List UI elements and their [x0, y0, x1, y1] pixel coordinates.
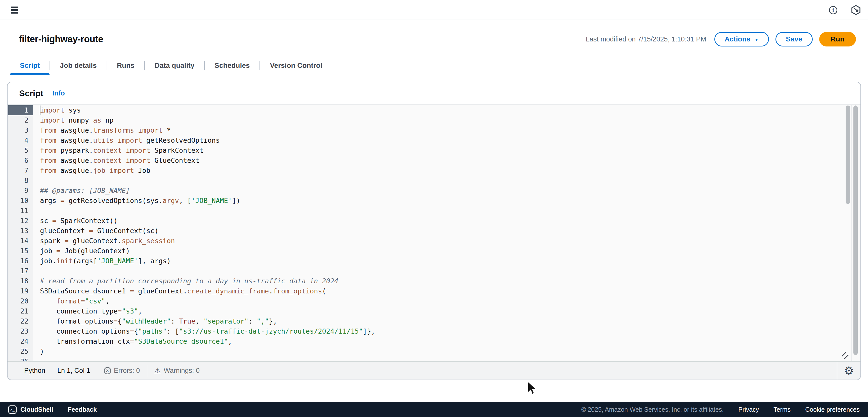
code-text: transformation_ctx="S3DataSource_dsource… — [33, 336, 232, 346]
info-link[interactable]: Info — [52, 90, 65, 97]
code-line-14[interactable]: 14spark = glueContext.spark_session — [8, 236, 844, 246]
code-line-19[interactable]: 19S3DataSource_dsource1 = glueContext.cr… — [8, 286, 844, 296]
code-text: connection_options={"paths": ["s3://us-t… — [33, 326, 375, 336]
line-number: 10 — [8, 196, 33, 206]
last-modified-text: Last modified on 7/15/2025, 1:10:31 PM — [586, 35, 706, 43]
code-text: format_options={"withHeader": True, "sep… — [33, 316, 277, 326]
menu-icon[interactable] — [11, 6, 18, 14]
info-icon[interactable]: i — [829, 6, 837, 14]
code-line-18[interactable]: 18# read from a partition corresponding … — [8, 276, 844, 286]
chevron-down-icon: ▼ — [754, 38, 758, 42]
errors-icon: ✕ — [104, 367, 111, 374]
tab-data-quality[interactable]: Data quality — [145, 58, 205, 73]
page-title: filter-highway-route — [19, 34, 586, 44]
cursor-position: Ln 1, Col 1 — [57, 367, 90, 375]
language-indicator: Python — [24, 367, 45, 375]
code-line-16[interactable]: 16job.init(args['JOB_NAME'], args) — [8, 256, 844, 266]
code-line-5[interactable]: 5from pyspark.context import SparkContex… — [8, 145, 844, 155]
code-line-11[interactable]: 11 — [8, 206, 844, 216]
line-number: 13 — [8, 226, 33, 236]
code-line-9[interactable]: 9## @params: [JOB_NAME] — [8, 186, 844, 196]
editor-scrollbar[interactable] — [846, 105, 850, 204]
line-number: 5 — [8, 145, 33, 155]
code-line-24[interactable]: 24 transformation_ctx="S3DataSource_dsou… — [8, 336, 844, 346]
run-button[interactable]: Run — [819, 32, 856, 46]
notifications-service-icon[interactable] — [851, 5, 861, 15]
code-line-3[interactable]: 3from awsglue.transforms import * — [8, 125, 844, 135]
code-line-20[interactable]: 20 format="csv", — [8, 296, 844, 306]
code-line-2[interactable]: 2import numpy as np — [8, 115, 844, 125]
line-number: 7 — [8, 166, 33, 176]
copyright-text: © 2025, Amazon Web Services, Inc. or its… — [581, 406, 724, 413]
tab-bar-divider — [10, 76, 858, 76]
code-line-23[interactable]: 23 connection_options={"paths": ["s3://u… — [8, 326, 844, 336]
code-line-13[interactable]: 13glueContext = GlueContext(sc) — [8, 226, 844, 236]
line-number: 12 — [8, 216, 33, 226]
code-line-12[interactable]: 12sc = SparkContext() — [8, 216, 844, 226]
code-line-15[interactable]: 15job = Job(glueContext) — [8, 246, 844, 256]
top-bar: i — [0, 0, 868, 20]
line-number: 1 — [8, 105, 33, 115]
tab-version-control[interactable]: Version Control — [260, 58, 332, 73]
code-text: from awsglue.utils import getResolvedOpt… — [33, 135, 220, 145]
line-number: 15 — [8, 246, 33, 256]
code-text — [33, 206, 40, 216]
footer-link-privacy[interactable]: Privacy — [738, 406, 759, 413]
code-line-1[interactable]: 1import sys — [8, 105, 844, 115]
line-number: 24 — [8, 336, 33, 346]
editor-settings-gear-icon[interactable]: ⚙ — [844, 365, 854, 376]
feedback-link[interactable]: Feedback — [68, 406, 97, 413]
glue-studio-app: { "topbar": {}, "header": { "title": "fi… — [0, 0, 868, 417]
tab-job-details[interactable]: Job details — [50, 58, 106, 73]
code-text: from pyspark.context import SparkContext — [33, 145, 204, 155]
footer-link-terms[interactable]: Terms — [773, 406, 790, 413]
container-scrollbar[interactable] — [854, 105, 858, 355]
code-text: from awsglue.transforms import * — [33, 125, 171, 135]
code-line-17[interactable]: 17 — [8, 266, 844, 276]
editor-status-bar: Python Ln 1, Col 1 ✕ Errors: 0 ⚠ Warning… — [7, 361, 861, 380]
code-line-21[interactable]: 21 connection_type="s3", — [8, 306, 844, 316]
code-text: S3DataSource_dsource1 = glueContext.crea… — [33, 286, 326, 296]
tab-script[interactable]: Script — [10, 58, 50, 73]
tab-bar: ScriptJob detailsRunsData qualitySchedul… — [10, 58, 332, 73]
line-number: 22 — [8, 316, 33, 326]
code-line-7[interactable]: 7from awsglue.job import Job — [8, 166, 844, 176]
script-panel-header: Script Info — [7, 82, 861, 104]
page-header: filter-highway-route Last modified on 7/… — [0, 21, 868, 58]
line-number: 18 — [8, 276, 33, 286]
warning-icon: ⚠ — [154, 367, 161, 375]
code-text: job = Job(glueContext) — [33, 246, 130, 256]
code-editor[interactable]: 1import sys2import numpy as np3from awsg… — [7, 104, 861, 361]
line-number: 11 — [8, 206, 33, 216]
scrollbar-track-divider — [851, 105, 852, 361]
line-number: 21 — [8, 306, 33, 316]
code-line-22[interactable]: 22 format_options={"withHeader": True, "… — [8, 316, 844, 326]
code-text — [33, 356, 40, 361]
line-number: 20 — [8, 296, 33, 306]
console-footer: >_ CloudShell Feedback © 2025, Amazon We… — [0, 402, 868, 417]
line-number: 8 — [8, 176, 33, 186]
script-panel: Script Info 1import sys2import numpy as … — [7, 82, 861, 380]
line-number: 23 — [8, 326, 33, 336]
code-line-26[interactable]: 26 — [8, 356, 844, 361]
line-number: 16 — [8, 256, 33, 266]
line-number: 17 — [8, 266, 33, 276]
code-text: job.init(args['JOB_NAME'], args) — [33, 256, 171, 266]
cloudshell-terminal-icon: >_ — [8, 406, 17, 414]
resize-handle-icon[interactable] — [841, 351, 849, 360]
code-text — [33, 176, 40, 186]
cloudshell-button[interactable]: >_ CloudShell — [8, 406, 53, 414]
save-button[interactable]: Save — [775, 32, 812, 46]
tab-runs[interactable]: Runs — [107, 58, 144, 73]
actions-button[interactable]: Actions ▼ — [714, 32, 769, 46]
tab-schedules[interactable]: Schedules — [205, 58, 259, 73]
code-line-6[interactable]: 6from awsglue.context import GlueContext — [8, 155, 844, 166]
code-text: from awsglue.job import Job — [33, 166, 150, 176]
code-line-4[interactable]: 4from awsglue.utils import getResolvedOp… — [8, 135, 844, 145]
code-line-8[interactable]: 8 — [8, 176, 844, 186]
footer-link-cookie-preferences[interactable]: Cookie preferences — [805, 406, 860, 413]
code-line-25[interactable]: 25) — [8, 346, 844, 356]
code-line-10[interactable]: 10args = getResolvedOptions(sys.argv, ['… — [8, 196, 844, 206]
line-number: 4 — [8, 135, 33, 145]
actions-button-label: Actions — [725, 35, 751, 43]
